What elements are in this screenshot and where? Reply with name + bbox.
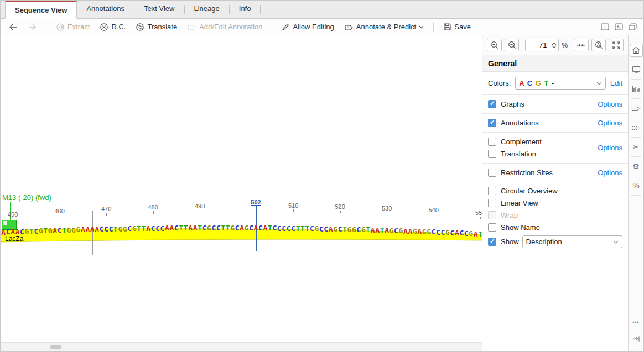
annotate-predict-panel-icon[interactable]: ? [630, 121, 643, 134]
linear-view-checkbox[interactable] [488, 199, 496, 207]
sequence-canvas[interactable]: M13 (-20) (fwd) LacZa 450460470480490510… [1, 35, 482, 351]
spinner-arrows[interactable] [549, 39, 558, 51]
colors-value: A C G T - [519, 79, 596, 87]
ruler-tick-mark [153, 211, 154, 214]
colors-row: Colors: A C G T - Edit [482, 72, 628, 95]
annotations-panel-icon[interactable] [630, 102, 643, 115]
layout-windows-icon[interactable] [629, 23, 637, 30]
back-button[interactable] [5, 22, 22, 32]
restriction-sites-label: Restriction Sites [501, 169, 598, 177]
zoom-level-value[interactable]: 71 [526, 39, 549, 51]
color-letter: T [544, 79, 552, 87]
ruler-tick-mark [106, 213, 107, 216]
ruler-tick-mark [13, 218, 13, 221]
zoom-in-button[interactable] [487, 39, 502, 51]
ruler-tick-label: 460 [54, 208, 64, 214]
tab-annotations[interactable]: Annotations [77, 0, 134, 18]
restriction-options-link[interactable]: Options [598, 169, 622, 177]
back-arrow-icon [9, 24, 18, 30]
chevron-down-icon [613, 240, 619, 244]
ruler-tick-mark [200, 210, 200, 213]
more-options-icon[interactable]: ••• [630, 316, 643, 329]
translation-checkbox[interactable] [488, 150, 496, 158]
collapse-sidebar-icon[interactable] [630, 332, 643, 345]
tab-lineage[interactable]: Lineage [185, 0, 229, 18]
annotations-options-link[interactable]: Options [598, 119, 622, 127]
reverse-complement-button[interactable]: R.C. [96, 21, 129, 33]
percent-label: % [562, 41, 568, 49]
color-letter: C [527, 79, 536, 87]
linear-view-label: Linear View [501, 199, 538, 207]
complement-checkbox[interactable] [488, 138, 496, 146]
fullscreen-button[interactable] [609, 39, 624, 51]
edit-colors-link[interactable]: Edit [610, 79, 622, 87]
graphs-checkbox[interactable] [488, 100, 496, 108]
zoom-level-spinner[interactable]: 71 [525, 39, 559, 51]
zoom-to-selection-button[interactable]: A [591, 39, 606, 51]
chevron-down-icon [596, 82, 602, 85]
show-description-checkbox[interactable] [488, 238, 496, 246]
ruler-tick-label: 470 [101, 206, 111, 212]
complement-options-link[interactable]: Options [598, 144, 622, 152]
view-options-block: Circular Overview Linear View Wrap Show … [482, 182, 628, 253]
allow-editing-button[interactable]: Allow Editing [278, 21, 337, 33]
extract-icon [56, 23, 65, 31]
fit-width-button[interactable] [574, 39, 589, 51]
circular-overview-checkbox[interactable] [488, 187, 496, 195]
annotate-predict-icon: ? [344, 23, 354, 31]
add-edit-annotation-button[interactable]: Add/Edit Annotation [183, 21, 266, 33]
show-name-checkbox[interactable] [488, 223, 496, 232]
tab-text-view[interactable]: Text View [134, 0, 184, 18]
restriction-sites-row: Restriction Sites Options [482, 164, 628, 182]
complement-translation-row: Complement Translation Options [482, 133, 628, 164]
complement-label: Complement [501, 138, 542, 146]
show-description-dropdown[interactable]: Description [522, 235, 622, 248]
save-icon [443, 23, 451, 31]
tab-sequence-view[interactable]: Sequence View [5, 1, 77, 19]
ruler-tick-mark [434, 214, 434, 217]
pencil-icon [282, 23, 290, 31]
zoom-out-button[interactable] [505, 39, 520, 51]
restriction-sites-panel-icon[interactable]: ✂ [630, 140, 643, 154]
chevron-down-icon [419, 25, 424, 29]
restore-window-icon[interactable] [615, 23, 623, 30]
ruler-tick-label: 490 [195, 203, 205, 209]
m13-primer-label[interactable]: M13 (-20) (fwd) [2, 193, 51, 202]
annotate-predict-button[interactable]: ? Annotate & Predict [340, 21, 428, 33]
collapse-panel-icon[interactable] [601, 23, 609, 30]
ruler-tick-label: 520 [335, 203, 345, 210]
toolbar-separator [272, 22, 272, 32]
scrollbar-thumb[interactable] [50, 345, 61, 349]
ruler-tick-mark [60, 215, 60, 218]
ruler-tick-label: 540 [428, 207, 438, 213]
ruler-tick-mark [387, 212, 387, 215]
wrap-checkbox [488, 211, 496, 219]
ruler-tick-mark [340, 211, 341, 213]
ruler-tick-label: 530 [382, 205, 392, 212]
restriction-sites-checkbox[interactable] [488, 169, 496, 177]
horizontal-scrollbar[interactable] [1, 342, 482, 351]
color-letter: - [552, 79, 554, 87]
extract-button[interactable]: Extract [52, 21, 94, 33]
ruler-tick-label: 510 [288, 202, 298, 209]
annotations-checkbox[interactable] [488, 119, 496, 127]
gc-content-panel-icon[interactable]: % [630, 179, 643, 192]
translate-button[interactable]: Translate [132, 21, 181, 33]
graphs-options-link[interactable]: Options [598, 100, 622, 108]
svg-text:?: ? [347, 25, 349, 29]
tab-info[interactable]: Info [230, 0, 261, 18]
home-panel-icon[interactable] [630, 44, 643, 57]
zoom-toolbar: 71 % A [482, 35, 628, 55]
show-name-label: Show Name [501, 223, 540, 232]
graphs-label: Graphs [501, 100, 598, 108]
colors-dropdown[interactable]: A C G T - [515, 77, 605, 90]
color-letter: A [519, 79, 527, 87]
settings-panel-icon[interactable]: ⚙ [630, 160, 643, 173]
color-letter: G [536, 79, 544, 87]
save-button[interactable]: Save [439, 21, 475, 33]
translation-label: Translation [501, 150, 536, 158]
toolbar: Extract R.C. Translate Add/Edit Annotati… [1, 19, 643, 35]
forward-button[interactable] [24, 22, 40, 32]
graphs-panel-icon[interactable] [630, 82, 643, 96]
display-panel-icon[interactable] [630, 63, 643, 76]
